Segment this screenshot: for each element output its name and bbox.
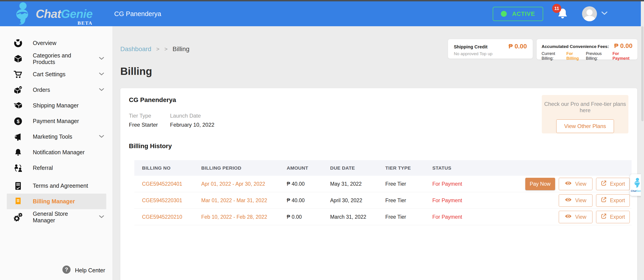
sidebar-item-billing-manager[interactable]: Billing Manager [7,194,106,209]
view-other-plans-button[interactable]: View Other Plans [556,120,614,133]
sidebar-item-shipping-manager[interactable]: Shipping Manager [0,98,112,113]
sidebar-item-cart-settings[interactable]: Cart Settings [0,66,112,82]
export-icon [601,197,607,204]
view-button[interactable]: View [559,211,592,223]
sidebar-item-label: Referral [33,165,53,171]
view-button[interactable]: View [559,178,592,190]
logo-word-chat: Chat [36,7,61,20]
help-center-button[interactable]: ? Help Center [0,265,112,276]
shipping-credit-card: Shipping Credit ₱ 0.00 No approved Top u… [448,39,533,59]
shipping-credit-amount: ₱ 0.00 [508,43,527,50]
col-due-date: DUE DATE [330,165,385,171]
dollar-circle-icon: $ [14,117,22,126]
cube-icon [14,54,22,63]
export-button[interactable]: Export [596,194,630,207]
sidebar-item-categories-and-products[interactable]: Categories and Products [0,51,112,66]
billing-due-date: March 31, 2022 [330,214,385,220]
sidebar-item-label: Payment Manager [33,118,79,124]
sidebar-item-label: Cart Settings [33,71,66,78]
status-badge-label: ACTIVE [512,10,535,18]
export-button[interactable]: Export [596,211,630,223]
breadcrumb-dashboard-link[interactable]: Dashboard [120,46,151,53]
billing-amount: ₱ 40.00 [287,198,330,204]
billing-history-table: BILLING NO BILLING PERIOD AMOUNT DUE DAT… [134,160,632,225]
billing-no-link[interactable]: CGE5945220301 [134,198,201,204]
billing-due-date: May 31, 2022 [330,181,385,187]
col-tier-type: TIER TYPE [385,165,432,171]
vertical-scrollbar[interactable] [641,1,644,280]
convenience-fees-card: Accumulated Convenience Fees: ₱ 0.00 Cur… [536,39,638,60]
account-menu[interactable] [582,6,608,21]
scrollbar-thumb[interactable] [641,26,644,121]
status-dot-icon [501,11,507,17]
billing-no-link[interactable]: CGE5945220210 [134,214,201,220]
sidebar-item-general-store-manager[interactable]: General Store Manager [0,209,112,225]
current-billing-value: For Billing [566,51,583,61]
chevron-down-icon [98,72,104,77]
col-amount: AMOUNT [287,165,330,171]
chevron-down-icon [98,88,104,92]
billing-status: For Payment [432,181,510,187]
sidebar-item-terms-and-agreement[interactable]: Terms and Agreement [0,178,112,194]
billing-tier: Free Tier [385,181,432,187]
avatar [582,6,597,21]
gears-icon [14,212,22,222]
col-billing-period: BILLING PERIOD [201,165,287,171]
breadcrumb-current: Billing [172,46,190,53]
sidebar-item-label: Orders [33,86,50,93]
sidebar-item-label: Notification Manager [33,149,84,156]
export-button[interactable]: Export [596,178,630,190]
bell-icon [14,148,22,157]
chatgenie-logo: ChatGenie BETA [0,2,112,26]
col-billing-no: BILLING NO [134,165,201,171]
chevron-down-icon [98,215,104,220]
megaphone-icon [14,132,22,141]
billing-due-date: April 30, 2022 [330,198,385,204]
sidebar-item-notification-manager[interactable]: Notification Manager [0,144,112,160]
sidebar-item-overview[interactable]: Overview [0,35,112,51]
sidebar-item-label: Billing Manager [33,198,75,205]
eye-icon [565,197,572,204]
billing-period: Mar 01, 2022 - Mar 31, 2022 [201,198,287,204]
terms-document-icon [14,182,22,190]
genie-mascot-icon [13,2,31,26]
billing-tier: Free Tier [385,214,432,220]
sidebar-item-label: Shipping Manager [33,102,79,109]
sidebar-item-label: General Store Manager [33,210,88,224]
sidebar-item-label: Marketing Tools [33,134,72,140]
sidebar-item-label: Categories and Products [33,52,88,65]
previous-billing-value: For Payment [612,51,632,61]
genie-mascot-icon [633,178,641,189]
question-mark-icon: ? [62,265,71,276]
sidebar-item-marketing-tools[interactable]: Marketing Tools [0,129,112,144]
sidebar-item-orders[interactable]: Orders [0,82,112,98]
sidebar-item-referral[interactable]: Referral [0,160,112,176]
chevron-down-icon [98,56,104,61]
window-top-edge [0,0,644,1]
sidebar-item-label: Overview [33,40,56,46]
sidebar-item-label: Terms and Agreement [33,182,88,189]
app-window: ChatGenie BETA CG Panenderya ACTIVE 11 [0,0,644,280]
view-button[interactable]: View [559,194,592,207]
plans-promo-text: Check our Pro and Free-tier plans here [542,101,628,114]
page-title: Billing [120,65,152,77]
bell-icon [557,17,568,21]
shipping-box-icon [14,101,22,110]
billing-no-link[interactable]: CGE5945220401 [134,181,201,187]
col-status: STATUS [432,165,510,171]
main-content: Dashboard > > Billing Shipping Credit ₱ … [112,26,644,280]
sidebar-item-payment-manager[interactable]: $ Payment Manager [0,113,112,129]
store-status-badge[interactable]: ACTIVE [493,7,543,21]
shipping-credit-subtitle: No approved Top up [454,51,527,56]
breadcrumb-separator: > [164,46,168,52]
table-row: CGE5945220210 Feb 10, 2022 - Feb 28, 202… [134,209,632,225]
billing-amount: ₱ 0.00 [287,214,330,220]
billing-card: CG Panenderya Tier Type Launch Date Free… [120,88,637,280]
donut-chart-icon [14,39,22,48]
tier-type-value: Free Starter [129,122,170,128]
view-button-label: View [575,198,586,204]
logo-beta-tag: BETA [78,20,92,26]
notifications-button[interactable]: 11 [557,8,568,20]
notification-count-badge: 11 [552,4,561,13]
pay-now-button[interactable]: Pay Now [525,178,555,190]
